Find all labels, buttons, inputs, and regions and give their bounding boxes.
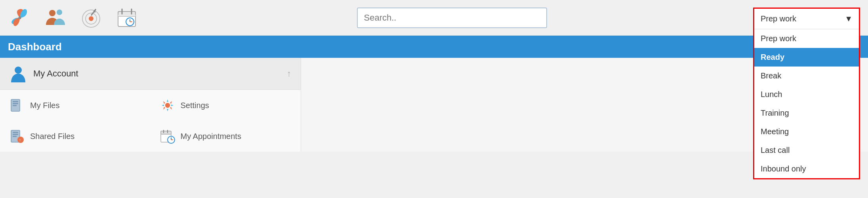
dropdown-header-label: Prep work [761, 14, 796, 23]
pinwheel-icon[interactable] [8, 6, 32, 30]
status-option-ready[interactable]: Ready [754, 48, 859, 67]
target-icon[interactable] [79, 6, 103, 30]
status-option-inbound-only[interactable]: Inbound only [754, 160, 859, 178]
status-dropdown-open: Prep work ▼ Prep workReadyBreakLunchTrai… [753, 8, 860, 179]
sub-items-grid: My Files Settings [0, 90, 301, 152]
status-dropdown-header[interactable]: Prep work ▼ [754, 9, 859, 29]
settings-label: Settings [181, 101, 209, 110]
sidebar-item-my-files[interactable]: My Files [0, 90, 151, 121]
shared-files-label: Shared Files [30, 132, 74, 141]
svg-rect-18 [13, 101, 18, 102]
svg-rect-26 [13, 134, 18, 135]
status-option-lunch[interactable]: Lunch [754, 85, 859, 104]
svg-point-2 [57, 10, 62, 15]
svg-rect-20 [13, 105, 17, 106]
up-arrow-icon: ↑ [287, 69, 291, 79]
top-bar: Prep work ▼ Prep work ▼ Prep workReadyBr… [0, 0, 868, 36]
svg-rect-19 [13, 103, 18, 104]
status-option-last-call[interactable]: Last call [754, 141, 859, 160]
svg-point-16 [15, 67, 22, 74]
status-option-training[interactable]: Training [754, 104, 859, 122]
my-files-label: My Files [30, 101, 59, 110]
sidebar: My Account ↑ My Files [0, 58, 301, 152]
status-option-meeting[interactable]: Meeting [754, 122, 859, 141]
svg-point-23 [166, 104, 169, 107]
svg-point-5 [89, 16, 93, 21]
my-appointments-label: My Appointments [181, 132, 241, 141]
svg-rect-27 [13, 136, 17, 137]
contacts-icon[interactable] [44, 6, 67, 30]
svg-point-0 [19, 16, 21, 19]
svg-rect-31 [161, 131, 171, 134]
main-nav: Dashboard [0, 36, 868, 58]
search-input[interactable] [357, 8, 547, 28]
sidebar-item-my-appointments[interactable]: My Appointments [151, 121, 301, 152]
my-account-label: My Account [33, 69, 78, 79]
calendar-icon[interactable] [115, 6, 139, 30]
search-area [139, 8, 765, 28]
my-account-item[interactable]: My Account ↑ [0, 58, 301, 90]
svg-rect-25 [13, 132, 18, 133]
nav-icons [8, 6, 139, 30]
svg-text:↑: ↑ [19, 138, 21, 142]
person-icon [10, 65, 27, 82]
svg-point-1 [49, 10, 55, 16]
content-area: My Account ↑ My Files [0, 58, 868, 152]
sidebar-item-shared-files[interactable]: ↑ Shared Files [0, 121, 151, 152]
page-title: Dashboard [8, 41, 309, 53]
status-dropdown-area: Prep work ▼ Prep work ▼ Prep workReadyBr… [765, 8, 860, 28]
status-options-list: Prep workReadyBreakLunchTrainingMeetingL… [754, 29, 859, 178]
dropdown-chevron-icon: ▼ [845, 14, 853, 23]
status-option-prep-work[interactable]: Prep work [754, 29, 859, 48]
status-option-break[interactable]: Break [754, 67, 859, 85]
svg-rect-10 [118, 15, 135, 16]
sidebar-item-settings[interactable]: Settings [151, 90, 301, 121]
